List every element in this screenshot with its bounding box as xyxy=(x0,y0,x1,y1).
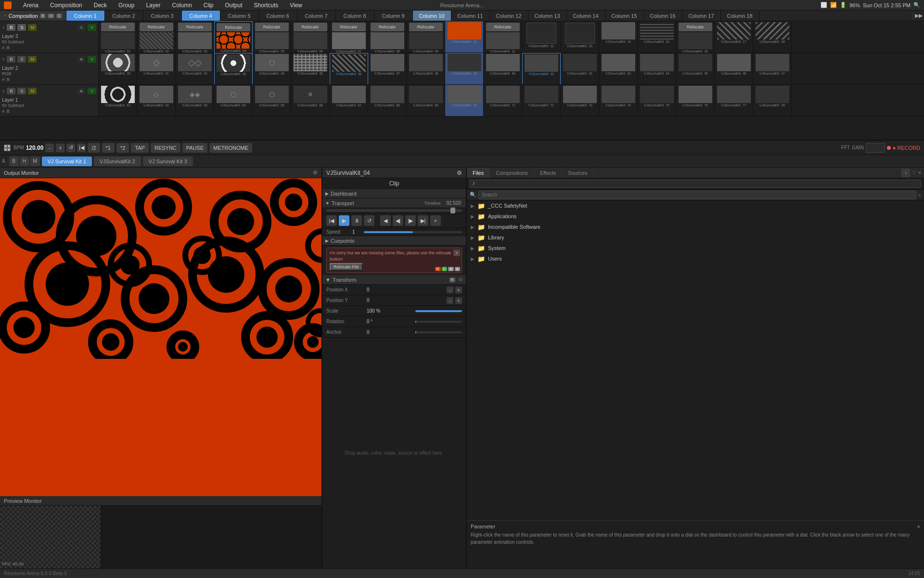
layer-3-v-btn[interactable]: V xyxy=(88,24,96,31)
timeline-handle[interactable] xyxy=(450,208,455,213)
column-tab-8[interactable]: Column 8 xyxy=(336,11,374,21)
parameter-close-btn[interactable]: × xyxy=(917,524,920,529)
relocate-btn-l3-3[interactable]: Relocate xyxy=(178,23,212,31)
clip-cell-l3-17[interactable]: VJSurvivalKit_17 xyxy=(715,21,753,53)
relocate-btn-l3-1[interactable]: Relocate xyxy=(101,23,135,31)
transport-prev-btn[interactable]: |◀ xyxy=(326,215,337,226)
clip-cell-l3-6[interactable]: Relocate VJSurvivalKit_06 xyxy=(291,21,330,53)
layer-2-close[interactable]: × xyxy=(2,56,5,62)
transport-back-btn[interactable]: ◀| xyxy=(393,215,403,226)
clip-cell-l2-6[interactable]: VJSurvivalKit_35 xyxy=(291,53,330,84)
clip-cell-l1-17[interactable]: VJSurvivalKit_77 xyxy=(715,85,753,116)
clip-cell-l2-2[interactable]: ◇ VJSurvivalKit_31 xyxy=(137,53,176,84)
bpm-mult2-btn[interactable]: *2 xyxy=(116,143,129,153)
files-heart-icon[interactable]: ♡ xyxy=(912,170,916,175)
clip-cell-l1-2[interactable]: ◇ VJSurvivalKit_62 xyxy=(137,85,176,116)
tap-btn[interactable]: TAP xyxy=(131,143,149,153)
relocate-file-btn[interactable]: Relocate File xyxy=(330,263,363,271)
deck-tab-3[interactable]: VJ Survival Kit 3 xyxy=(143,157,193,166)
clip-cell-l3-1[interactable]: Relocate VJSurvivalKit_01 xyxy=(99,21,137,53)
column-tab-4[interactable]: Column 4 xyxy=(182,11,220,21)
clip-cell-l2-15[interactable]: VJSurvivalKit_44 xyxy=(638,53,676,84)
composition-tab[interactable]: × Composition B M S xyxy=(0,11,66,21)
clip-cell-l1-4[interactable]: ⬡ VJSurvivalKit_64 xyxy=(214,85,253,116)
layer-1-close[interactable]: × xyxy=(2,88,5,94)
layer-2-b-label[interactable]: B xyxy=(7,77,10,82)
clip-cell-l3-14[interactable]: VJSurvivalKit_14 xyxy=(599,21,638,53)
folder-item-system[interactable]: ▶ 📁 System xyxy=(467,243,924,253)
relocate-btn-l3-11[interactable]: Relocate xyxy=(486,23,520,31)
menu-group[interactable]: Group xyxy=(116,2,136,9)
tabs-scroll-right[interactable]: ▶▶ xyxy=(912,11,924,21)
deck-nav-m2-btn[interactable]: M xyxy=(30,157,40,166)
clip-cell-l3-18[interactable]: VJSurvivalKit_18 xyxy=(753,21,792,53)
transport-next-btn[interactable]: ▶| xyxy=(418,215,428,226)
clip-cell-l2-7[interactable]: VJSurvivalKit_36 xyxy=(330,53,368,84)
clip-cell-l2-3[interactable]: ◇◇ VJSurvivalKit_32 xyxy=(176,53,214,84)
transport-loop-btn[interactable]: ↺ xyxy=(364,215,374,226)
layer-2-a-btn[interactable]: A xyxy=(77,56,86,63)
clip-cell-l2-17[interactable]: VJSurvivalKit_46 xyxy=(715,53,753,84)
clip-cell-l3-12[interactable]: VJSurvivalKit_12 xyxy=(522,21,561,53)
clip-cell-l1-16[interactable]: VJSurvivalKit_76 xyxy=(676,85,715,116)
clip-cell-l1-14[interactable]: VJSurvivalKit_74 xyxy=(599,85,638,116)
clip-cell-l2-5[interactable]: ⬡ VJSurvivalKit_34 xyxy=(253,53,291,84)
clip-cell-l2-4[interactable]: VJSurvivalKit_33 xyxy=(214,53,253,84)
layer-3-s-btn[interactable]: S xyxy=(17,24,26,31)
clip-cell-l2-10[interactable]: VJSurvivalKit_39 xyxy=(445,53,484,84)
bpm-minus-btn[interactable]: - xyxy=(45,144,54,152)
column-tab-17[interactable]: Column 17 xyxy=(682,11,721,21)
files-nav-up-btn[interactable]: ↑ xyxy=(901,169,910,177)
folder-item-apps[interactable]: ▶ 📁 Applications xyxy=(467,211,924,222)
column-tab-18[interactable]: Column 18 xyxy=(721,11,759,21)
files-tab-sources[interactable]: Sources xyxy=(562,168,593,178)
scale-slider[interactable] xyxy=(415,310,462,312)
files-close-icon[interactable]: × xyxy=(918,170,921,175)
clip-cell-l3-4[interactable]: Relocate VJSurvivalKit_04 xyxy=(214,21,253,53)
clip-cell-l1-1[interactable]: VJSurvivalKit_61 xyxy=(99,85,137,116)
transport-section[interactable]: ▼ Transport Timeline 02.520 xyxy=(322,198,466,208)
posy-plus-btn[interactable]: + xyxy=(455,297,462,304)
layer-1-m-btn[interactable]: M xyxy=(28,88,37,94)
menu-deck[interactable]: Deck xyxy=(92,2,109,9)
column-tab-16[interactable]: Column 16 xyxy=(644,11,682,21)
layer-2-b-btn[interactable]: B xyxy=(7,56,15,63)
clip-cell-l2-18[interactable]: VJSurvivalKit_47 xyxy=(753,53,792,84)
clip-cell-l3-13[interactable]: VJSurvivalKit_13 xyxy=(561,21,599,53)
column-tab-14[interactable]: Column 14 xyxy=(567,11,605,21)
close-icon[interactable]: × xyxy=(4,13,7,18)
transport-fwd-btn[interactable]: |▶ xyxy=(405,215,416,226)
files-tab-compositions[interactable]: Compositions xyxy=(490,168,534,178)
clip-cell-l3-8[interactable]: Relocate VJSurvivalKit_08 xyxy=(368,21,407,53)
transport-pause-btn[interactable]: ⏸ xyxy=(351,215,362,226)
relocate-btn-l3-4[interactable]: Relocate xyxy=(217,23,250,31)
transport-play-btn[interactable]: ▶ xyxy=(339,215,349,226)
clip-cell-l1-13[interactable]: VJSurvivalKit_73 xyxy=(561,85,599,116)
dashboard-section[interactable]: ▶ Dashboard xyxy=(322,189,466,198)
relocate-btn-l3-6[interactable]: Relocate xyxy=(294,23,327,31)
clip-cell-l3-15[interactable]: VJSurvivalKit_15 xyxy=(638,21,676,53)
relocate-btn-l3-9[interactable]: Relocate xyxy=(409,23,443,31)
rotation-slider[interactable] xyxy=(415,321,462,323)
transport-prev2-btn[interactable]: ◀ xyxy=(380,215,391,226)
menu-layer[interactable]: Layer xyxy=(144,2,162,9)
column-tab-7[interactable]: Column 7 xyxy=(297,11,336,21)
clip-cell-l3-5[interactable]: Relocate VJSurvivalKit_05 xyxy=(253,21,291,53)
folder-item-library[interactable]: ▶ 📁 Library xyxy=(467,232,924,243)
layer-2-s-btn[interactable]: S xyxy=(17,56,26,63)
bpm-div2-btn[interactable]: /2 xyxy=(88,143,100,153)
files-path-input[interactable]: / xyxy=(470,180,921,188)
column-tab-15[interactable]: Column 15 xyxy=(605,11,644,21)
menu-column[interactable]: Column xyxy=(170,2,193,9)
posx-minus-btn[interactable]: - xyxy=(447,287,453,293)
bpm-plus-btn[interactable]: + xyxy=(56,144,64,152)
layer-3-m-btn[interactable]: M xyxy=(28,24,37,31)
menu-composition[interactable]: Composition xyxy=(48,2,84,9)
layer-2-v-btn[interactable]: V xyxy=(88,56,96,63)
deck-nav-h-btn[interactable]: B xyxy=(9,157,19,166)
layer-1-a-btn[interactable]: A xyxy=(77,88,86,94)
column-tab-1[interactable]: Column 1 xyxy=(66,11,105,21)
layer-2-a-label[interactable]: A xyxy=(2,77,5,82)
clip-cell-l1-8[interactable]: VJSurvivalKit_68 xyxy=(368,85,407,116)
files-search-input[interactable] xyxy=(478,191,916,199)
